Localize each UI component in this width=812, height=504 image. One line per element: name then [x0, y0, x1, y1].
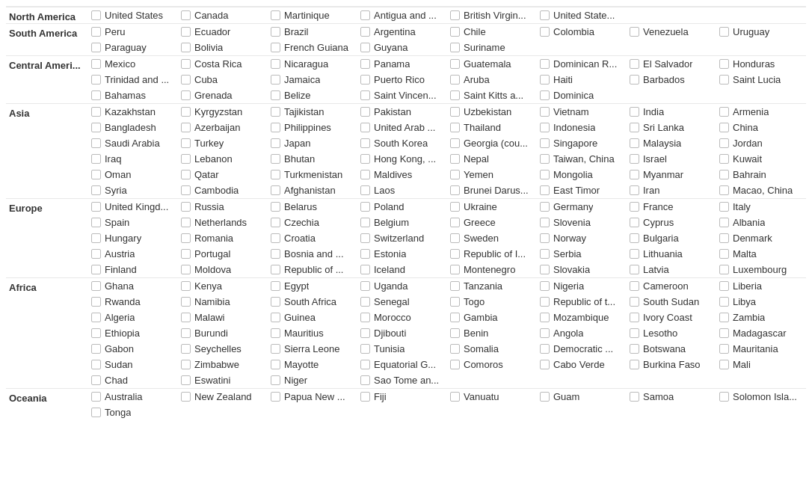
country-checkbox[interactable] — [540, 202, 550, 212]
country-checkbox[interactable] — [360, 313, 370, 322]
country-item[interactable]: Norway — [537, 230, 627, 246]
country-item[interactable]: Cabo Verde — [537, 357, 627, 372]
country-item[interactable]: Nigeria — [537, 278, 627, 294]
country-item[interactable]: Seychelles — [178, 341, 268, 357]
country-item[interactable]: United Kingd... — [88, 199, 178, 215]
country-checkbox[interactable] — [181, 43, 191, 52]
country-checkbox[interactable] — [360, 297, 370, 307]
country-checkbox[interactable] — [540, 233, 550, 243]
country-item[interactable]: Djibouti — [357, 325, 447, 341]
country-checkbox[interactable] — [271, 281, 280, 291]
country-checkbox[interactable] — [540, 249, 550, 259]
country-checkbox[interactable] — [630, 249, 639, 259]
country-item[interactable]: Samoa — [627, 389, 716, 405]
country-item[interactable]: Singapore — [537, 135, 627, 151]
country-item[interactable]: Croatia — [268, 230, 357, 246]
country-checkbox[interactable] — [360, 233, 370, 243]
country-checkbox[interactable] — [719, 265, 729, 274]
country-item[interactable]: South Korea — [357, 135, 447, 151]
country-item[interactable]: Malaysia — [627, 135, 716, 151]
country-item[interactable]: Saudi Arabia — [88, 135, 178, 151]
country-checkbox[interactable] — [450, 90, 460, 100]
country-checkbox[interactable] — [450, 265, 460, 274]
country-checkbox[interactable] — [360, 375, 370, 385]
country-item[interactable]: Saint Vincen... — [357, 87, 447, 103]
country-item[interactable]: Benin — [447, 325, 537, 341]
country-checkbox[interactable] — [630, 265, 639, 274]
country-item[interactable]: Japan — [268, 135, 357, 151]
country-item[interactable]: Brunei Darus... — [447, 182, 537, 198]
country-checkbox[interactable] — [450, 170, 460, 179]
country-item[interactable]: Nepal — [447, 151, 537, 167]
country-item[interactable]: Finland — [88, 262, 178, 277]
country-checkbox[interactable] — [360, 392, 370, 402]
country-checkbox[interactable] — [181, 233, 191, 243]
country-checkbox[interactable] — [181, 313, 191, 322]
country-checkbox[interactable] — [719, 313, 729, 322]
country-checkbox[interactable] — [630, 233, 639, 243]
country-checkbox[interactable] — [450, 27, 460, 37]
country-item[interactable]: Pakistan — [357, 104, 447, 120]
country-item[interactable]: Tunisia — [357, 341, 447, 357]
country-item[interactable]: Malta — [716, 246, 806, 262]
country-checkbox[interactable] — [630, 170, 639, 179]
country-checkbox[interactable] — [360, 170, 370, 179]
country-checkbox[interactable] — [181, 218, 191, 227]
country-item[interactable]: Gabon — [88, 341, 178, 357]
country-checkbox[interactable] — [360, 185, 370, 195]
country-item[interactable]: Vanuatu — [447, 389, 537, 405]
country-checkbox[interactable] — [91, 408, 101, 417]
country-checkbox[interactable] — [540, 123, 550, 132]
country-checkbox[interactable] — [719, 392, 729, 402]
country-checkbox[interactable] — [91, 360, 101, 369]
country-item[interactable]: Lithuania — [627, 246, 716, 262]
country-checkbox[interactable] — [91, 328, 101, 338]
country-item[interactable]: Hungary — [88, 230, 178, 246]
country-checkbox[interactable] — [271, 249, 280, 259]
country-item[interactable]: British Virgin... — [447, 7, 537, 23]
country-checkbox[interactable] — [271, 265, 280, 274]
country-checkbox[interactable] — [360, 281, 370, 291]
country-item[interactable]: Bolivia — [178, 40, 268, 55]
country-item[interactable]: Greece — [447, 215, 537, 230]
country-item[interactable]: Fiji — [357, 389, 447, 405]
country-item[interactable]: Maldives — [357, 167, 447, 182]
country-checkbox[interactable] — [271, 10, 280, 20]
country-item[interactable]: Belarus — [268, 199, 357, 215]
country-item[interactable]: Aruba — [447, 72, 537, 87]
country-checkbox[interactable] — [630, 328, 639, 338]
country-checkbox[interactable] — [540, 218, 550, 227]
country-item[interactable]: Macao, China — [716, 182, 806, 198]
country-item[interactable]: South Africa — [268, 294, 357, 310]
country-item[interactable]: Philippines — [268, 120, 357, 135]
country-checkbox[interactable] — [630, 123, 639, 132]
country-checkbox[interactable] — [181, 297, 191, 307]
country-item[interactable]: Lesotho — [627, 325, 716, 341]
country-checkbox[interactable] — [360, 249, 370, 259]
country-item[interactable]: Ecuador — [178, 24, 268, 40]
country-item[interactable]: Puerto Rico — [357, 72, 447, 87]
country-item[interactable]: Mauritania — [716, 341, 806, 357]
country-item[interactable]: Zambia — [716, 310, 806, 325]
country-item[interactable]: Zimbabwe — [178, 357, 268, 372]
country-checkbox[interactable] — [91, 218, 101, 227]
country-item[interactable]: Guinea — [268, 310, 357, 325]
country-item[interactable]: United State... — [537, 7, 627, 23]
country-item[interactable]: Australia — [88, 389, 178, 405]
country-checkbox[interactable] — [630, 59, 639, 69]
country-checkbox[interactable] — [360, 360, 370, 369]
country-item[interactable]: Mauritius — [268, 325, 357, 341]
country-item[interactable]: El Salvador — [627, 56, 716, 72]
country-checkbox[interactable] — [540, 328, 550, 338]
country-item[interactable]: Latvia — [627, 262, 716, 277]
country-checkbox[interactable] — [360, 344, 370, 354]
country-checkbox[interactable] — [540, 265, 550, 274]
country-checkbox[interactable] — [540, 75, 550, 84]
country-checkbox[interactable] — [719, 185, 729, 195]
country-checkbox[interactable] — [271, 27, 280, 37]
country-checkbox[interactable] — [181, 27, 191, 37]
country-checkbox[interactable] — [450, 344, 460, 354]
country-item[interactable]: Tajikistan — [268, 104, 357, 120]
country-checkbox[interactable] — [91, 297, 101, 307]
country-checkbox[interactable] — [719, 281, 729, 291]
